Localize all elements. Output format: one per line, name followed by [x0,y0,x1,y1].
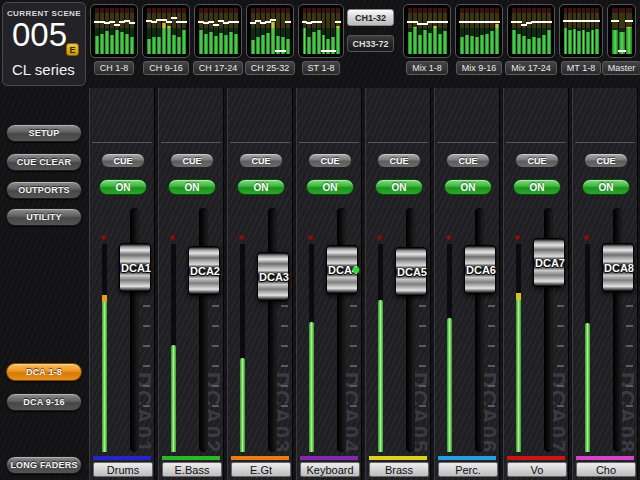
fader-cap[interactable]: DCA5 [395,247,427,296]
meter-block [507,4,555,58]
scene-number: 005 [12,16,67,54]
channel-name[interactable]: Vo [507,462,567,477]
fader-scale-tick [281,365,288,367]
channel-name[interactable]: E.Bass [162,462,222,477]
clip-indicator [239,235,245,241]
meter-bank-ch17-24[interactable]: CH 17-24 [194,4,242,75]
channel-strip: DCA06 CUE ON DCA6 Perc. [434,88,500,480]
meter-bank-mix9-16[interactable]: Mix 9-16 [455,4,503,75]
fader-cap-label: DCA8 [604,262,634,274]
level-meter-fill [516,293,521,452]
meter-bank-st1-8[interactable]: ST 1-8 [298,4,344,75]
meter-bar [172,8,176,54]
cue-button[interactable]: CUE [239,153,283,168]
on-button[interactable]: ON [513,179,561,195]
fader-scale-tick [212,385,219,387]
channel-color-bar [93,456,151,460]
channel-name[interactable]: Cho [576,462,636,477]
fader-cap[interactable]: DCA7 [533,238,565,287]
meter-bank-ch9-16[interactable]: CH 9-16 [142,4,190,75]
fader-scale-tick [350,305,357,307]
meter-bar [490,8,494,54]
fader-cap[interactable]: DCA3 [257,252,289,301]
fader-cap[interactable]: DCA8 [602,243,634,292]
meter-bank-mt1-8[interactable]: MT 1-8 [559,4,603,75]
outports-button[interactable]: OUTPORTS [6,181,82,199]
long-faders-button[interactable]: LONG FADERS [6,456,82,474]
meter-bar [577,8,581,54]
meter-bar [276,8,280,54]
cue-button[interactable]: CUE [101,153,145,168]
dca-9-16-bank-button[interactable]: DCA 9-16 [6,393,82,411]
fader-scale-tick [281,385,288,387]
meter-bar [229,8,233,54]
meter-bank-ch1-8[interactable]: CH 1-8 [90,4,138,75]
fader-cap[interactable]: DCA4 [326,245,358,294]
cue-clear-button[interactable]: CUE CLEAR [6,153,82,171]
on-button[interactable]: ON [168,179,216,195]
meter-bank-mix1-8[interactable]: Mix 1-8 [403,4,451,75]
strip-separator [437,142,497,143]
fader-scale-tick [626,365,633,367]
meter-bar [177,8,181,54]
cue-button[interactable]: CUE [170,153,214,168]
fader-scale-tick [557,385,564,387]
cue-button[interactable]: CUE [446,153,490,168]
on-button[interactable]: ON [375,179,423,195]
channel-name[interactable]: Drums [93,462,153,477]
meter-bank-master[interactable]: Master [607,4,636,75]
fader-scale-tick [626,385,633,387]
fader-cap[interactable]: DCA6 [464,245,496,294]
meter-block [403,4,451,58]
channel-name[interactable]: Keyboard [300,462,360,477]
fader-scale-tick [350,405,357,407]
meter-bar [423,8,427,54]
on-button[interactable]: ON [237,179,285,195]
cue-button[interactable]: CUE [377,153,421,168]
fader-track[interactable] [406,208,415,452]
meter-bank-mix17-24[interactable]: Mix 17-24 [507,4,555,75]
fader-track[interactable] [199,208,208,452]
on-button[interactable]: ON [306,179,354,195]
fader-cap[interactable]: DCA2 [188,246,220,295]
fader-scale-tick [626,305,633,307]
on-button[interactable]: ON [582,179,630,195]
on-button[interactable]: ON [99,179,147,195]
fader-scale-tick [281,305,288,307]
channel-name[interactable]: Brass [369,462,429,477]
on-button[interactable]: ON [444,179,492,195]
meter-bar [586,8,590,54]
meter-bank-label: ST 1-8 [302,61,341,75]
utility-button[interactable]: UTILITY [6,208,82,226]
channel-name[interactable]: E.Gt [231,462,291,477]
setup-button[interactable]: SETUP [6,124,82,142]
channel-name[interactable]: Perc. [438,462,498,477]
meter-bar [522,8,526,54]
clip-indicator [515,235,521,241]
channel-strip: DCA07 CUE ON DCA7 Vo [503,88,569,480]
dca-1-8-bank-button[interactable]: DCA 1-8 [6,363,82,381]
cue-button[interactable]: CUE [308,153,352,168]
current-scene-panel[interactable]: CURRENT SCENE 005 E CL series [2,2,86,86]
meter-bar [542,8,546,54]
meter-bar [470,8,474,54]
layer-button-ch1-32[interactable]: CH1-32 [347,9,394,26]
cue-button[interactable]: CUE [584,153,628,168]
cue-button[interactable]: CUE [515,153,559,168]
strip-separator [575,142,635,143]
fader-scale-tick [488,365,495,367]
fader-scale-tick [419,305,426,307]
channel-color-bar [369,456,427,460]
meter-bar [591,8,595,54]
meter-bar [110,8,114,54]
meter-bar [582,8,586,54]
meter-bank-ch25-32[interactable]: CH 25-32 [246,4,294,75]
fader-track[interactable] [268,208,277,452]
fader-cap[interactable]: DCA1 [119,243,151,292]
meter-bar [147,8,151,54]
level-meter-fill [309,322,314,452]
fader-scale-tick [557,405,564,407]
layer-button-ch33-72[interactable]: CH33-72 [347,35,394,52]
meter-bar [152,8,156,54]
level-meter-peak [102,295,107,302]
